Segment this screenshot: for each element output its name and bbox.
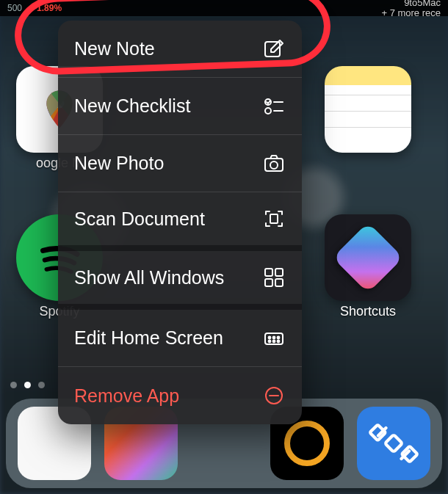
- notes-app-icon[interactable]: [325, 66, 411, 153]
- status-ticker-change: -1.89%: [34, 3, 62, 13]
- shortcuts-app-icon[interactable]: [325, 214, 411, 301]
- menu-item-scan-document[interactable]: Scan Document: [58, 192, 302, 251]
- menu-item-label: Remove App: [74, 385, 179, 407]
- scan-icon: [262, 207, 286, 230]
- remove-icon: [262, 384, 286, 407]
- menu-item-edit-home-screen[interactable]: Edit Home Screen: [58, 310, 302, 367]
- notification-summary: 9to5Mac + 7 more rece: [381, 0, 441, 18]
- menu-item-label: New Note: [74, 38, 155, 59]
- page-indicator[interactable]: [10, 382, 45, 388]
- menu-item-new-note[interactable]: New Note: [58, 21, 302, 78]
- menu-item-new-photo[interactable]: New Photo: [58, 135, 302, 192]
- svg-rect-1: [385, 435, 402, 452]
- camera-icon: [262, 152, 286, 175]
- status-ticker-label: 500: [7, 3, 22, 13]
- checklist-icon: [262, 95, 286, 118]
- menu-item-new-checklist[interactable]: New Checklist: [58, 78, 302, 135]
- menu-item-label: Scan Document: [74, 208, 205, 230]
- shortcuts-tile-icon: [333, 222, 403, 293]
- notification-more: + 7 more rece: [381, 8, 441, 18]
- grid-icon: [262, 266, 286, 289]
- apps-icon: [262, 327, 286, 350]
- podcasts-ring-icon: [284, 421, 330, 466]
- status-bar: 500 -1.89% 9to5Mac + 7 more rece: [0, 0, 448, 16]
- menu-item-label: Show All Windows: [74, 267, 224, 288]
- satellite-icon: [368, 418, 419, 469]
- menu-item-label: New Checklist: [74, 95, 190, 117]
- dock-app-4[interactable]: [357, 407, 430, 480]
- menu-item-label: Edit Home Screen: [74, 327, 223, 349]
- menu-item-remove-app[interactable]: Remove App: [58, 367, 302, 424]
- menu-item-show-all-windows[interactable]: Show All Windows: [58, 251, 302, 310]
- menu-item-label: New Photo: [74, 153, 164, 174]
- notes-context-menu: New NoteNew ChecklistNew PhotoScan Docum…: [58, 21, 302, 424]
- compose-icon: [262, 37, 286, 61]
- shortcuts-label: Shortcuts: [317, 304, 419, 319]
